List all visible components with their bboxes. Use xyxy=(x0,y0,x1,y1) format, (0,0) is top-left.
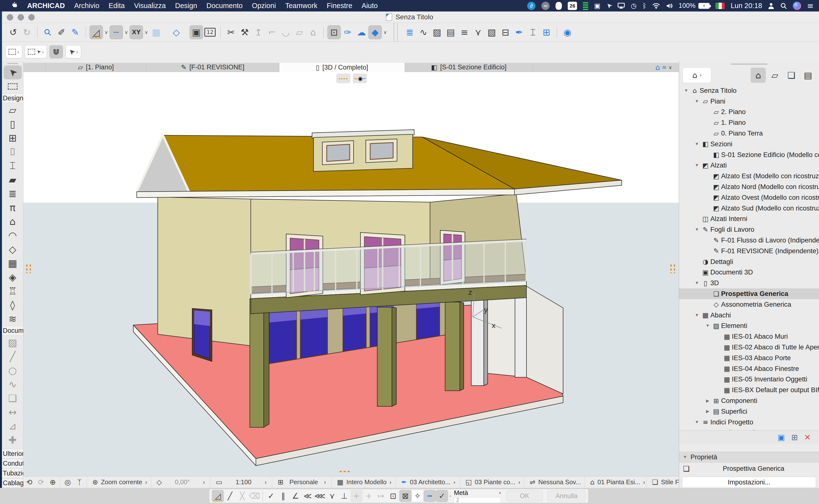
tool-polyline-button[interactable]: ∿ xyxy=(4,377,22,391)
minimize-window-icon[interactable] xyxy=(18,14,24,21)
snap-point-chevron-icon[interactable]: › xyxy=(499,490,501,496)
tree-item-ies-01-abaco-muri[interactable]: ▦IES-01 Abaco Muri xyxy=(679,331,819,342)
menu-documento[interactable]: Documento xyxy=(202,2,247,10)
tool-skylight-button[interactable]: ◇ xyxy=(4,242,22,256)
tool-door-button[interactable]: ▯ xyxy=(4,117,22,131)
tree-item-ies-05-inventario-oggetti[interactable]: ▦IES-05 Inventario Oggetti xyxy=(679,374,819,385)
toolbox-section-cablagg[interactable]: Cablagg xyxy=(2,478,23,488)
snap-divisions-input[interactable]: 2 xyxy=(454,497,501,503)
tool-hotspot-button[interactable]: ✚ xyxy=(4,433,22,447)
snap-guide-remove-button[interactable]: ╳ xyxy=(236,490,248,502)
tool-level-dimension-button[interactable]: ⊿ xyxy=(4,419,22,433)
toolbar-fillet-button[interactable]: ◡ xyxy=(279,25,293,39)
menu-clock[interactable]: Lun 20:18 xyxy=(731,2,762,10)
tree-item-dettagli[interactable]: ◑Dettagli xyxy=(679,256,819,267)
siri-icon[interactable] xyxy=(793,2,801,10)
tree-item-0-piano-terra[interactable]: ▱0. Piano Terra xyxy=(679,128,819,139)
toolbar-inject-parameters-button[interactable]: ✎ xyxy=(68,25,82,39)
close-window-icon[interactable] xyxy=(7,14,13,21)
toolbar-seams-button[interactable]: ⋎ xyxy=(471,25,485,39)
ok-button[interactable]: OK xyxy=(506,491,543,501)
new-viewpoint-icon[interactable]: ⊞ xyxy=(791,433,798,442)
notes-icon[interactable]: ▣ xyxy=(594,2,600,10)
tree-item-alzato-ovest-modello-con-ricostruzione-a[interactable]: ◩Alzato Ovest (Modello con ricostruzione… xyxy=(679,192,819,203)
delete-viewpoint-icon[interactable]: ✕ xyxy=(804,433,811,442)
toolbar-grid-snap-button[interactable]: ▦ xyxy=(149,25,163,39)
tree-item-prospettiva-generica[interactable]: ❏Prospettiva Generica xyxy=(679,288,819,299)
tool-mesh-button[interactable]: ≋ xyxy=(4,312,22,326)
toolbar-transform-box-button[interactable]: ⊡ xyxy=(327,25,341,39)
statusbar-model-view-segment[interactable]: ◱03 Piante co...› xyxy=(462,476,523,488)
toolbar-highlight-button[interactable]: ▣ xyxy=(189,25,203,39)
snap-perpendicular-button[interactable]: ✓ xyxy=(265,490,277,502)
layout-book-button[interactable]: ❏ xyxy=(784,68,799,83)
tree-item-alzati-interni[interactable]: ◫Alzati Interni xyxy=(679,214,819,224)
tab-3d-completo[interactable]: ▯[3D / Completo] xyxy=(279,63,405,72)
disclosure-open-icon[interactable]: ▼ xyxy=(693,99,701,104)
snap-special-snap-button[interactable]: ⋎ xyxy=(326,490,338,502)
toolbar-cutting-planes-button[interactable]: ◆ xyxy=(368,25,382,39)
toolbar-camera-button[interactable]: ◉ xyxy=(561,25,574,39)
toolbar-composites-button[interactable]: ≡ xyxy=(458,25,471,39)
navigator-toggle-button[interactable]: ⌂≡∨ xyxy=(649,63,679,72)
statusbar-rotate-segment[interactable]: ◇0,00°› xyxy=(153,476,209,488)
tool-object-button[interactable]: ♖ xyxy=(4,284,22,298)
zoom-window-icon[interactable] xyxy=(28,14,35,21)
snap-check-chevron-icon[interactable]: › xyxy=(448,493,452,498)
tool-fill-button[interactable]: ▨ xyxy=(4,336,22,349)
toolbar-guide-lines-button[interactable]: ◿ xyxy=(89,25,103,39)
toolbar-elevate-button[interactable]: ⌂ xyxy=(306,25,320,39)
tree-item-abachi[interactable]: ▼▦Abachi xyxy=(679,310,819,321)
toolbar-text-styles-button[interactable]: ⌶ xyxy=(526,25,540,39)
tree-item-ies-02-abaco-di-tutte-le-aperture[interactable]: ▦IES-02 Abaco di Tutte le Aperture xyxy=(679,342,819,353)
snap-guide-segment-button[interactable]: ╱ xyxy=(224,490,236,502)
visibility-quick-button[interactable]: –◉– xyxy=(353,73,367,83)
tool-shell-button[interactable]: ◠ xyxy=(4,228,22,242)
istat-bars-icon[interactable] xyxy=(583,2,588,10)
tab-s-01-sezione-edificio[interactable]: ◧[S-01 Sezione Edificio] xyxy=(405,63,533,72)
tool-slab-button[interactable]: ▰ xyxy=(4,173,22,187)
tool-line-button[interactable]: ╱ xyxy=(4,349,22,363)
tool-column-button[interactable]: ⌷ xyxy=(4,145,22,159)
toolbar-intersect-button[interactable]: ⌐ xyxy=(265,25,279,39)
project-chooser-button[interactable]: ⌂› xyxy=(683,67,711,83)
tree-item-componenti[interactable]: ▶⊞Componenti xyxy=(679,395,819,406)
tool-window-button[interactable]: ⊞ xyxy=(4,131,22,145)
toolbar-trim-button[interactable]: ⚒ xyxy=(238,25,252,39)
tool-wall-button[interactable]: ▱ xyxy=(4,103,22,117)
tree-item-indice-fogli[interactable]: ≡Indice Fogli xyxy=(679,428,819,431)
disclosure-open-icon[interactable]: ▼ xyxy=(693,163,701,168)
snap-guides-chevron-button[interactable]: ∨ xyxy=(123,25,129,39)
toolbar-model-check-button[interactable]: ☁ xyxy=(355,25,368,39)
battery-indicator[interactable]: 100% ⚡ xyxy=(679,2,710,10)
wifi-icon[interactable] xyxy=(652,3,660,9)
arrow-tool-quick-button[interactable]: ➤› xyxy=(65,45,81,58)
snap-magic-wand-button[interactable]: ✧ xyxy=(411,490,424,502)
settings-button[interactable]: Impostazioni... xyxy=(682,477,816,488)
toolbar-measure-button[interactable]: 12 xyxy=(203,25,217,39)
toolbar-undo-button[interactable]: ↺ xyxy=(6,25,20,39)
disclosure-open-icon[interactable]: ▼ xyxy=(693,420,701,425)
statusbar-orbit-button[interactable]: ◎ xyxy=(62,476,73,488)
statusbar-scale-segment[interactable]: ▭1:100› xyxy=(212,476,271,488)
disclosure-open-icon[interactable]: ▼ xyxy=(693,281,701,285)
toolbar-editing-plane-button[interactable]: ◇ xyxy=(169,25,183,39)
tree-item-f-01-revisione-indipendente-[interactable]: ✎F-01 REVISIONE (Indipendente) xyxy=(679,246,819,256)
properties-header[interactable]: ▼Proprietà xyxy=(679,452,819,462)
publisher-button[interactable]: ▤ xyxy=(800,68,816,83)
tree-item-senza-titolo[interactable]: ▼⌂Senza Titolo xyxy=(679,85,819,96)
disclosure-closed-icon[interactable]: ▶ xyxy=(704,409,711,414)
toolbox-section-design[interactable]: Design xyxy=(2,93,23,103)
tree-item-elementi[interactable]: ▼▨Elementi xyxy=(679,321,819,331)
volume-icon[interactable] xyxy=(666,3,673,9)
snap-point-control[interactable]: Metà› 2 xyxy=(453,490,502,502)
toolbar-redo-button[interactable]: ↻ xyxy=(20,25,34,39)
snap-multi-offset-button[interactable]: ⋘ xyxy=(314,490,326,502)
3d-model-view[interactable]: z y x ---- –◉– xyxy=(23,72,679,476)
tree-item-3d[interactable]: ▼▯3D xyxy=(679,278,819,288)
toolbox-drag-handle[interactable] xyxy=(7,63,18,64)
snap-bbox-button[interactable]: ⊡ xyxy=(387,490,399,502)
tree-item-fogli-di-lavoro[interactable]: ▼✎Fogli di Lavoro xyxy=(679,224,819,235)
snap-snap-check-button[interactable]: ✓ xyxy=(436,490,448,502)
input-language-flag-icon[interactable] xyxy=(715,3,725,9)
